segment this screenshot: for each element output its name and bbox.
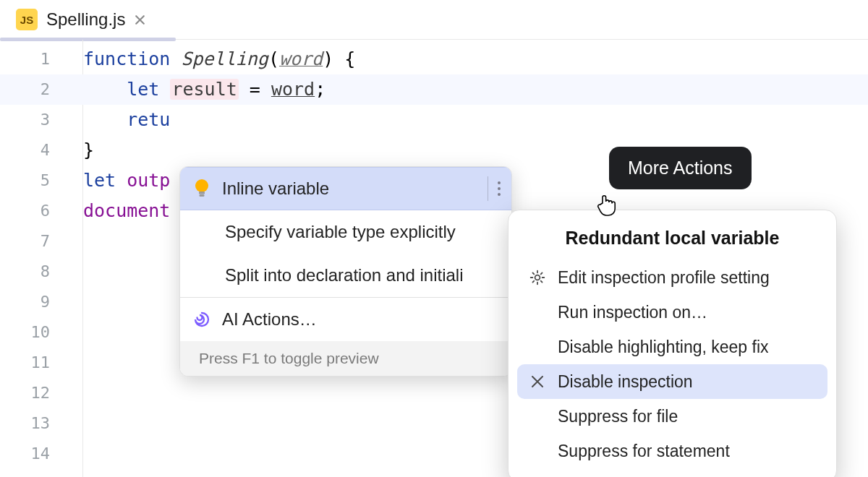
lightbulb-icon [193, 180, 210, 197]
line-number: 1 [41, 44, 50, 74]
line-number: 11 [31, 348, 51, 378]
svg-rect-2 [200, 194, 205, 197]
editor-tab[interactable]: JS Spelling.js [7, 0, 155, 39]
line-number: 2 [41, 74, 50, 105]
submenu-label: Disable highlighting, keep fix [558, 338, 769, 357]
ai-actions-label: AI Actions… [222, 309, 317, 330]
svg-point-6 [535, 275, 540, 280]
line-number: 8 [41, 257, 50, 287]
submenu-label: Edit inspection profile setting [558, 268, 770, 288]
svg-point-3 [498, 181, 501, 184]
line-number: 13 [31, 408, 51, 439]
more-actions-button[interactable] [488, 176, 501, 201]
submenu-label: Disable inspection [558, 372, 693, 392]
inspection-submenu-popup: Redundant local variable Edit inspection… [508, 210, 837, 477]
intention-item-inline-variable[interactable]: Inline variable [180, 167, 511, 210]
submenu-label: Run inspection on… [558, 303, 707, 322]
gutter-divider [61, 40, 83, 477]
gutter: 1 2 3 4 5 6 7 8 9 10 11 12 13 14 [0, 40, 61, 477]
submenu-label: Suppress for file [558, 407, 678, 426]
gear-icon [527, 267, 548, 288]
intention-item-split-declaration[interactable]: Split into declaration and initiali [180, 254, 511, 297]
tooltip-more-actions: More Actions [609, 147, 752, 189]
submenu-suppress-file[interactable]: Suppress for file [517, 399, 827, 434]
line-number: 5 [41, 166, 50, 196]
line-number: 10 [31, 317, 51, 348]
line-number: 12 [31, 378, 51, 408]
submenu-title: Redundant local variable [517, 228, 827, 249]
line-number: 3 [41, 105, 50, 135]
close-icon[interactable] [134, 14, 146, 26]
popup-footer-hint: Press F1 to toggle preview [180, 341, 511, 376]
ai-spiral-icon [193, 311, 210, 328]
tab-title: Spelling.js [46, 9, 125, 30]
line-number: 7 [41, 226, 50, 257]
code-line: let result = word; [83, 74, 868, 105]
line-number: 9 [41, 287, 50, 317]
svg-point-0 [195, 179, 208, 192]
intention-item-label: Specify variable type explicitly [225, 222, 456, 242]
line-number: 14 [31, 439, 51, 469]
submenu-disable-inspection[interactable]: Disable inspection [517, 364, 827, 399]
intention-actions-popup: Inline variable Specify variable type ex… [179, 166, 512, 377]
intention-item-label: Split into declaration and initiali [225, 265, 464, 285]
editor-tab-strip: JS Spelling.js [0, 0, 868, 40]
intention-item-specify-type[interactable]: Specify variable type explicitly [180, 210, 511, 254]
submenu-edit-profile[interactable]: Edit inspection profile setting [517, 260, 827, 295]
line-number: 6 [41, 196, 50, 226]
javascript-file-icon: JS [16, 9, 38, 30]
submenu-label: Suppress for statement [558, 442, 730, 461]
svg-point-4 [498, 187, 501, 190]
submenu-suppress-statement[interactable]: Suppress for statement [517, 434, 827, 468]
submenu-run-inspection[interactable]: Run inspection on… [517, 295, 827, 330]
line-number: 4 [41, 135, 50, 166]
code-editor: 1 2 3 4 5 6 7 8 9 10 11 12 13 14 functio… [0, 40, 868, 477]
close-icon [527, 371, 548, 392]
intention-item-label: Inline variable [222, 179, 329, 199]
svg-point-5 [498, 193, 501, 196]
code-line: function Spelling(word) { [83, 44, 868, 74]
code-line: retu [83, 105, 868, 135]
ai-actions-item[interactable]: AI Actions… [180, 298, 511, 341]
submenu-disable-highlighting[interactable]: Disable highlighting, keep fix [517, 330, 827, 364]
svg-rect-1 [199, 192, 205, 194]
